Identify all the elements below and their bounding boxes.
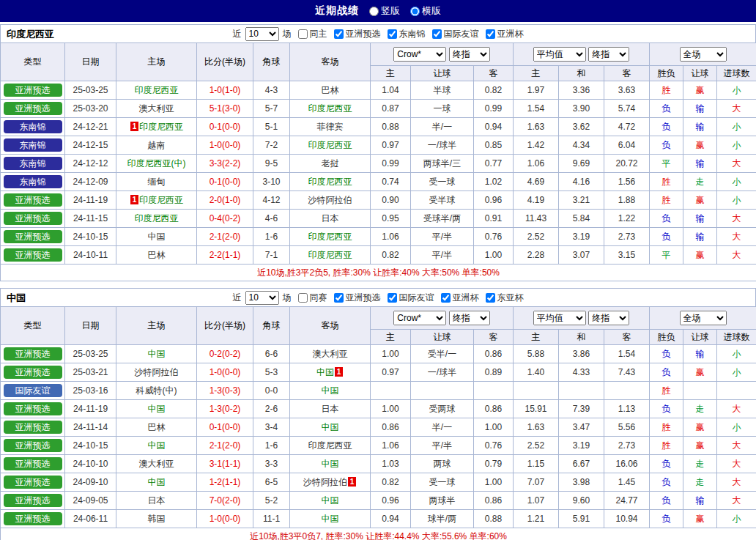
competition-filter-2[interactable]: 国际友谊 [429,28,479,40]
away-cell: 中国 [290,492,371,510]
average-select[interactable]: 平均值 [533,311,586,325]
home-team-name[interactable]: 印度尼西亚 [139,122,183,132]
competition-badge: 东南锦 [4,157,62,170]
odds-cell: 0.94 [371,510,411,528]
home-team-name[interactable]: 印度尼西亚(中) [127,158,186,169]
odds-cell: 3.86 [559,345,604,363]
competition-filter-3[interactable]: 亚洲杯 [483,28,524,40]
odds-cell: 3.19 [559,228,604,246]
match-row: 亚洲预选24-10-10澳大利亚3-1(1-1)3-3中国1.03两球0.791… [1,455,756,473]
away-team-name[interactable]: 印度尼西亚 [308,177,352,187]
odds-cell: 2.28 [514,246,559,265]
layout-option-vertical[interactable]: 竖版 [369,4,400,18]
score-cell: 2-0(1-0) [197,191,253,210]
layout-option-horizontal[interactable]: 横版 [410,4,441,18]
recent-count-select[interactable]: 10 [245,27,279,41]
competition-filter-3[interactable]: 东亚杯 [483,292,524,304]
away-team-name[interactable]: 中国 [322,459,339,469]
home-team-name[interactable]: 韩国 [148,514,166,524]
competition-checkbox[interactable] [388,293,397,303]
away-team-name[interactable]: 澳大利亚 [313,349,348,359]
away-team-name[interactable]: 沙特阿拉伯 [308,195,352,205]
score-cell: 3-1(1-1) [197,455,253,473]
handicap-stage-select[interactable]: 终指 [449,311,490,325]
away-team-name[interactable]: 巴林 [322,85,339,95]
score-cell: 1-0(1-0) [197,81,253,100]
vertical-radio[interactable] [369,7,379,16]
away-team-name[interactable]: 菲律宾 [317,122,344,132]
match-row: 亚洲预选24-10-15中国2-1(2-0)1-6印度尼西亚1.06平/半0.7… [1,228,756,246]
competition-checkbox[interactable] [486,293,495,303]
europe-stage-select[interactable]: 终指 [588,47,629,62]
home-team-name[interactable]: 沙特阿拉伯 [135,367,179,377]
odds-cell: 0.76 [474,228,514,246]
same-host-checkbox[interactable] [298,29,308,39]
horizontal-radio[interactable] [410,7,420,16]
home-team-name[interactable]: 印度尼西亚 [139,195,183,205]
away-team-name[interactable]: 中国 [322,385,339,396]
result-cell: 负 [650,492,683,510]
away-team-name[interactable]: 印度尼西亚 [308,250,352,260]
odds-cell: 20.72 [604,155,650,173]
result-cell: 赢 [683,246,717,265]
competition-checkbox[interactable] [388,29,397,39]
away-team-name[interactable]: 中国 [316,367,334,377]
home-team-name[interactable]: 日本 [148,495,166,506]
europe-stage-select[interactable]: 终指 [588,311,629,325]
home-team-name[interactable]: 中国 [148,440,166,451]
competition-filter-0[interactable]: 亚洲预选 [331,28,381,40]
handicap-stage-select[interactable]: 终指 [449,47,490,62]
home-team-name[interactable]: 巴林 [148,250,166,260]
competition-filter-0[interactable]: 亚洲预选 [331,292,381,304]
home-team-name[interactable]: 中国 [148,349,166,359]
fulltime-select[interactable]: 全场 [680,47,727,62]
away-team-name[interactable]: 日本 [322,213,339,223]
competition-checkbox[interactable] [432,29,442,39]
away-team-name[interactable]: 印度尼西亚 [308,103,352,114]
away-team-name[interactable]: 中国 [322,495,339,506]
home-team-name[interactable]: 中国 [148,477,166,487]
competition-filter-2[interactable]: 亚洲杯 [438,292,479,304]
type-cell: 国际友谊 [1,382,65,400]
home-team-name[interactable]: 澳大利亚 [139,459,174,469]
recent-count-select[interactable]: 10 [245,291,279,305]
home-team-name[interactable]: 澳大利亚 [139,103,174,114]
bookmaker-select[interactable]: Crow* [393,47,446,62]
corner-cell: 4-3 [253,81,290,100]
away-team-name[interactable]: 日本 [322,404,339,414]
away-team-name[interactable]: 中国 [322,422,339,432]
competition-checkbox[interactable] [334,293,344,303]
away-team-name[interactable]: 中国 [322,514,339,524]
result-cell: 大 [717,437,756,455]
competition-badge: 亚洲预选 [4,439,62,452]
same-host-filter[interactable]: 同主 [295,28,327,40]
away-team-name[interactable]: 沙特阿拉伯 [303,477,347,487]
home-team-name[interactable]: 印度尼西亚 [135,213,179,223]
home-team-name[interactable]: 科威特(中) [136,385,177,396]
competition-filter-1[interactable]: 国际友谊 [385,292,434,304]
result-cell: 胜 [650,418,683,437]
red-card-badge: 1 [130,122,138,131]
competition-checkbox[interactable] [486,29,495,39]
same-competition-checkbox[interactable] [298,293,308,303]
home-team-name[interactable]: 越南 [148,140,166,150]
fulltime-select[interactable]: 全场 [680,311,727,325]
home-team-name[interactable]: 巴林 [148,422,166,432]
bookmaker-select[interactable]: Crow* [393,311,446,325]
odds-cell: 1.00 [371,400,411,418]
away-team-name[interactable]: 老挝 [322,158,339,169]
competition-checkbox[interactable] [334,29,344,39]
subcol-home-odds: 主 [371,330,411,345]
competition-checkbox[interactable] [441,293,451,303]
away-team-name[interactable]: 印度尼西亚 [308,232,352,242]
same-competition-filter[interactable]: 同赛 [295,292,327,304]
home-team-name[interactable]: 印度尼西亚 [135,85,179,95]
home-team-name[interactable]: 中国 [148,232,166,242]
competition-filter-1[interactable]: 东南锦 [385,28,426,40]
home-team-name[interactable]: 缅甸 [148,177,166,187]
away-team-name[interactable]: 印度尼西亚 [308,140,352,150]
away-team-name[interactable]: 印度尼西亚 [308,440,352,451]
subcol-away-euro: 客 [604,66,650,81]
average-select[interactable]: 平均值 [533,47,586,62]
home-team-name[interactable]: 中国 [148,404,166,414]
